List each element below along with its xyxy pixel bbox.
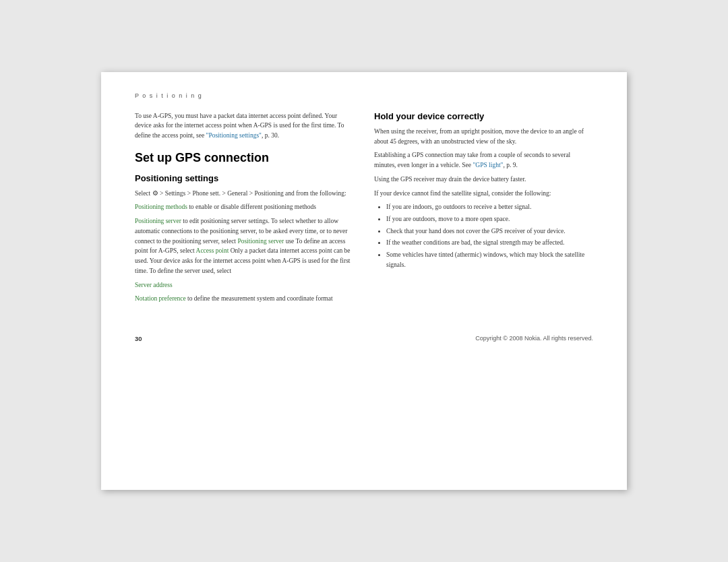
access-point-link[interactable]: Access point [196, 247, 229, 254]
right-para4: If your device cannot find the satellite… [374, 189, 593, 199]
page-number: 30 [135, 335, 142, 342]
positioning-server-link2[interactable]: Positioning server [237, 238, 284, 245]
page-header: P o s i t i o n i n g [135, 92, 593, 99]
right-para2: Establishing a GPS connection may take f… [374, 150, 593, 170]
intro-paragraph: To use A-GPS, you must have a packet dat… [135, 111, 354, 140]
page-footer: 30 Copyright © 2008 Nokia. All rights re… [135, 328, 593, 342]
bullet-list: If you are indoors, go outdoors to recei… [386, 202, 593, 270]
list-item: If you are indoors, go outdoors to recei… [386, 202, 593, 212]
nav-instruction: Select ⚙ > Settings > Phone sett. > Gene… [135, 189, 354, 199]
item4-paragraph: Notation preference to define the measur… [135, 294, 354, 304]
footer-copyright: Copyright © 2008 Nokia. All rights reser… [475, 335, 593, 342]
list-item: Some vehicles have tinted (athermic) win… [386, 250, 593, 270]
server-address-link[interactable]: Server address [135, 282, 173, 288]
positioning-server-link[interactable]: Positioning server [135, 218, 181, 224]
section-main-title: Set up GPS connection [135, 151, 354, 165]
document-page: P o s i t i o n i n g To use A-GPS, you … [101, 72, 627, 490]
list-item: If you are outdoors, move to a more open… [386, 214, 593, 224]
notation-preference-link[interactable]: Notation preference [135, 295, 186, 302]
right-section-title: Hold your device correctly [374, 111, 593, 121]
positioning-methods-link[interactable]: Positioning methods [135, 204, 187, 210]
positioning-settings-link[interactable]: "Positioning settings" [206, 132, 262, 139]
list-item: Check that your hand does not cover the … [386, 226, 593, 237]
gps-light-link[interactable]: "GPS light" [473, 162, 503, 168]
right-para3: Using the GPS receiver may drain the dev… [374, 175, 593, 185]
item1-paragraph: Positioning methods to enable or disable… [135, 202, 354, 212]
right-column: Hold your device correctly When using th… [374, 111, 593, 308]
subsection-title: Positioning settings [135, 173, 354, 183]
left-column: To use A-GPS, you must have a packet dat… [135, 111, 354, 308]
right-para1: When using the receiver, from an upright… [374, 127, 593, 146]
list-item: If the weather conditions are bad, the s… [386, 238, 593, 248]
settings-icon: ⚙ [152, 190, 158, 197]
two-column-layout: To use A-GPS, you must have a packet dat… [135, 111, 593, 308]
item3-paragraph: Server address [135, 280, 354, 290]
item2-paragraph: Positioning server to edit positioning s… [135, 216, 354, 276]
